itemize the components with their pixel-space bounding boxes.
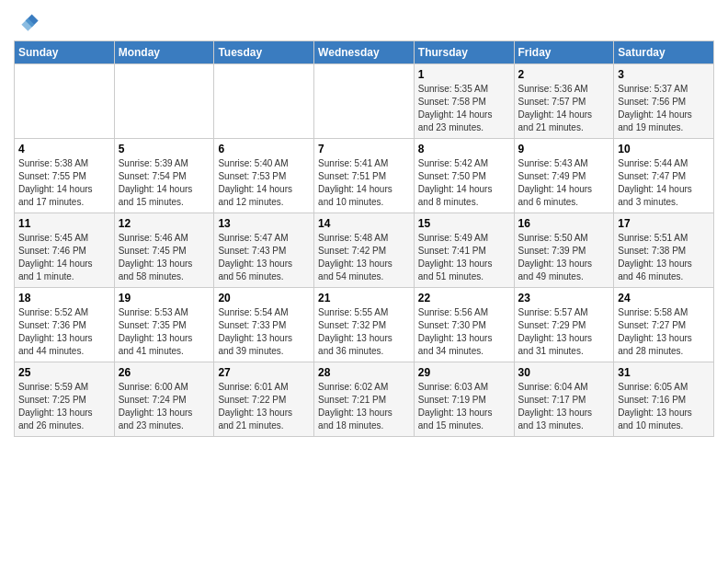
- calendar-cell: 13Sunrise: 5:47 AMSunset: 7:43 PMDayligh…: [214, 213, 314, 288]
- calendar-cell: 20Sunrise: 5:54 AMSunset: 7:33 PMDayligh…: [214, 288, 314, 362]
- day-info: Sunrise: 6:00 AMSunset: 7:24 PMDaylight:…: [119, 381, 210, 432]
- day-info: Sunrise: 5:42 AMSunset: 7:50 PMDaylight:…: [418, 157, 510, 209]
- day-info: Sunrise: 5:48 AMSunset: 7:42 PMDaylight:…: [318, 232, 410, 283]
- calendar-cell: 5Sunrise: 5:39 AMSunset: 7:54 PMDaylight…: [114, 139, 214, 213]
- calendar-week-5: 25Sunrise: 5:59 AMSunset: 7:25 PMDayligh…: [15, 362, 714, 437]
- day-info: Sunrise: 5:38 AMSunset: 7:55 PMDaylight:…: [18, 157, 110, 209]
- calendar-cell: [214, 64, 314, 139]
- day-number: 15: [418, 217, 510, 230]
- day-header-friday: Friday: [514, 41, 614, 64]
- day-info: Sunrise: 5:35 AMSunset: 7:58 PMDaylight:…: [418, 83, 510, 134]
- calendar-cell: 4Sunrise: 5:38 AMSunset: 7:55 PMDaylight…: [15, 139, 115, 213]
- day-header-saturday: Saturday: [614, 41, 714, 64]
- calendar-cell: 2Sunrise: 5:36 AMSunset: 7:57 PMDaylight…: [514, 64, 614, 139]
- calendar-week-1: 1Sunrise: 5:35 AMSunset: 7:58 PMDaylight…: [15, 64, 714, 139]
- day-number: 21: [318, 292, 410, 304]
- day-number: 20: [218, 292, 310, 304]
- day-number: 10: [618, 143, 710, 155]
- calendar-cell: [314, 64, 415, 139]
- day-number: 13: [218, 217, 310, 230]
- calendar-header-row: SundayMondayTuesdayWednesdayThursdayFrid…: [15, 41, 714, 64]
- day-number: 7: [318, 143, 410, 155]
- calendar-cell: 31Sunrise: 6:05 AMSunset: 7:16 PMDayligh…: [614, 362, 714, 437]
- calendar-cell: 26Sunrise: 6:00 AMSunset: 7:24 PMDayligh…: [114, 362, 214, 437]
- day-info: Sunrise: 5:55 AMSunset: 7:32 PMDaylight:…: [318, 306, 410, 358]
- day-info: Sunrise: 5:51 AMSunset: 7:38 PMDaylight:…: [618, 232, 710, 283]
- day-number: 17: [618, 217, 710, 230]
- day-info: Sunrise: 5:43 AMSunset: 7:49 PMDaylight:…: [518, 157, 610, 209]
- calendar-week-4: 18Sunrise: 5:52 AMSunset: 7:36 PMDayligh…: [15, 288, 714, 362]
- day-number: 27: [218, 366, 310, 379]
- day-number: 11: [18, 217, 110, 230]
- day-header-sunday: Sunday: [15, 41, 115, 64]
- calendar-cell: 19Sunrise: 5:53 AMSunset: 7:35 PMDayligh…: [114, 288, 214, 362]
- day-info: Sunrise: 5:59 AMSunset: 7:25 PMDaylight:…: [18, 381, 110, 432]
- calendar-cell: 15Sunrise: 5:49 AMSunset: 7:41 PMDayligh…: [414, 213, 514, 288]
- day-info: Sunrise: 5:41 AMSunset: 7:51 PMDaylight:…: [318, 157, 410, 209]
- calendar-cell: 11Sunrise: 5:45 AMSunset: 7:46 PMDayligh…: [15, 213, 115, 288]
- day-info: Sunrise: 5:57 AMSunset: 7:29 PMDaylight:…: [518, 306, 610, 358]
- day-info: Sunrise: 5:36 AMSunset: 7:57 PMDaylight:…: [518, 83, 610, 134]
- logo-icon: [14, 9, 40, 35]
- day-number: 4: [18, 143, 110, 155]
- day-number: 22: [418, 292, 510, 304]
- calendar-cell: 18Sunrise: 5:52 AMSunset: 7:36 PMDayligh…: [15, 288, 115, 362]
- day-number: 24: [618, 292, 710, 304]
- day-number: 25: [18, 366, 110, 379]
- day-number: 1: [418, 68, 510, 81]
- day-header-tuesday: Tuesday: [214, 41, 314, 64]
- day-number: 31: [618, 366, 710, 379]
- calendar-cell: 22Sunrise: 5:56 AMSunset: 7:30 PMDayligh…: [414, 288, 514, 362]
- day-info: Sunrise: 5:37 AMSunset: 7:56 PMDaylight:…: [618, 83, 710, 134]
- day-info: Sunrise: 6:05 AMSunset: 7:16 PMDaylight:…: [618, 381, 710, 432]
- day-info: Sunrise: 6:04 AMSunset: 7:17 PMDaylight:…: [518, 381, 610, 432]
- day-header-monday: Monday: [114, 41, 214, 64]
- calendar-cell: 1Sunrise: 5:35 AMSunset: 7:58 PMDaylight…: [414, 64, 514, 139]
- calendar-cell: 14Sunrise: 5:48 AMSunset: 7:42 PMDayligh…: [314, 213, 415, 288]
- day-number: 3: [618, 68, 710, 81]
- calendar-cell: 16Sunrise: 5:50 AMSunset: 7:39 PMDayligh…: [514, 213, 614, 288]
- day-info: Sunrise: 5:58 AMSunset: 7:27 PMDaylight:…: [618, 306, 710, 358]
- calendar-cell: 29Sunrise: 6:03 AMSunset: 7:19 PMDayligh…: [414, 362, 514, 437]
- calendar-cell: 9Sunrise: 5:43 AMSunset: 7:49 PMDaylight…: [514, 139, 614, 213]
- day-info: Sunrise: 5:45 AMSunset: 7:46 PMDaylight:…: [18, 232, 110, 283]
- day-number: 8: [418, 143, 510, 155]
- day-number: 18: [18, 292, 110, 304]
- day-info: Sunrise: 6:03 AMSunset: 7:19 PMDaylight:…: [418, 381, 510, 432]
- page-header: [14, 9, 714, 35]
- day-info: Sunrise: 5:40 AMSunset: 7:53 PMDaylight:…: [218, 157, 310, 209]
- day-info: Sunrise: 5:46 AMSunset: 7:45 PMDaylight:…: [119, 232, 210, 283]
- day-info: Sunrise: 5:50 AMSunset: 7:39 PMDaylight:…: [518, 232, 610, 283]
- day-number: 2: [518, 68, 610, 81]
- logo: [14, 9, 43, 35]
- day-number: 30: [518, 366, 610, 379]
- calendar-week-2: 4Sunrise: 5:38 AMSunset: 7:55 PMDaylight…: [15, 139, 714, 213]
- calendar-cell: 10Sunrise: 5:44 AMSunset: 7:47 PMDayligh…: [614, 139, 714, 213]
- day-header-thursday: Thursday: [414, 41, 514, 64]
- day-info: Sunrise: 5:53 AMSunset: 7:35 PMDaylight:…: [119, 306, 210, 358]
- day-number: 5: [119, 143, 210, 155]
- day-number: 29: [418, 366, 510, 379]
- day-number: 16: [518, 217, 610, 230]
- day-info: Sunrise: 5:54 AMSunset: 7:33 PMDaylight:…: [218, 306, 310, 358]
- calendar-week-3: 11Sunrise: 5:45 AMSunset: 7:46 PMDayligh…: [15, 213, 714, 288]
- calendar-cell: 21Sunrise: 5:55 AMSunset: 7:32 PMDayligh…: [314, 288, 415, 362]
- day-info: Sunrise: 5:39 AMSunset: 7:54 PMDaylight:…: [119, 157, 210, 209]
- calendar-cell: 6Sunrise: 5:40 AMSunset: 7:53 PMDaylight…: [214, 139, 314, 213]
- calendar-cell: 30Sunrise: 6:04 AMSunset: 7:17 PMDayligh…: [514, 362, 614, 437]
- day-number: 26: [119, 366, 210, 379]
- day-info: Sunrise: 6:02 AMSunset: 7:21 PMDaylight:…: [318, 381, 410, 432]
- day-info: Sunrise: 5:44 AMSunset: 7:47 PMDaylight:…: [618, 157, 710, 209]
- day-number: 23: [518, 292, 610, 304]
- calendar-cell: 12Sunrise: 5:46 AMSunset: 7:45 PMDayligh…: [114, 213, 214, 288]
- calendar-cell: 7Sunrise: 5:41 AMSunset: 7:51 PMDaylight…: [314, 139, 415, 213]
- calendar-cell: 24Sunrise: 5:58 AMSunset: 7:27 PMDayligh…: [614, 288, 714, 362]
- calendar-cell: [15, 64, 115, 139]
- day-header-wednesday: Wednesday: [314, 41, 415, 64]
- calendar-cell: 27Sunrise: 6:01 AMSunset: 7:22 PMDayligh…: [214, 362, 314, 437]
- day-info: Sunrise: 5:47 AMSunset: 7:43 PMDaylight:…: [218, 232, 310, 283]
- day-info: Sunrise: 5:49 AMSunset: 7:41 PMDaylight:…: [418, 232, 510, 283]
- calendar-cell: 3Sunrise: 5:37 AMSunset: 7:56 PMDaylight…: [614, 64, 714, 139]
- day-number: 12: [119, 217, 210, 230]
- day-number: 6: [218, 143, 310, 155]
